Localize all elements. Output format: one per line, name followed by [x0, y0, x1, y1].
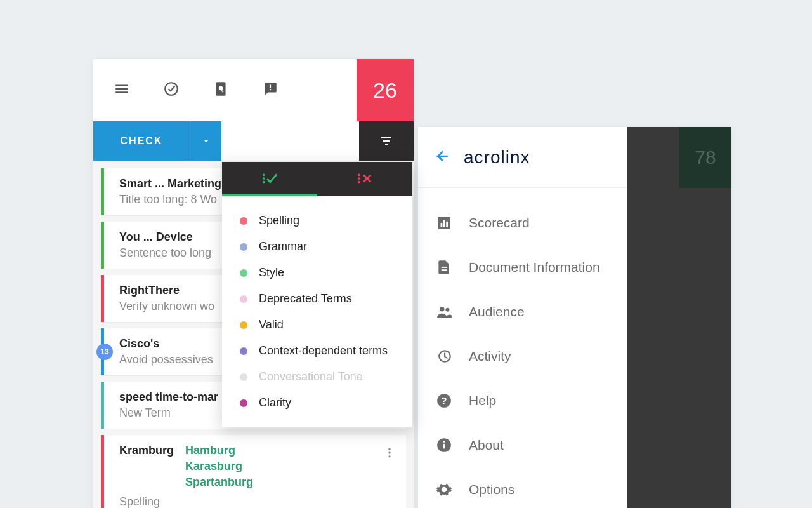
issue-category: Spelling: [119, 495, 395, 508]
filter-tab-disable[interactable]: [317, 162, 412, 196]
issue-count-badge: 13: [96, 344, 113, 360]
filter-tab-enable[interactable]: [222, 162, 317, 196]
drawer-item-scorecard[interactable]: Scorecard: [418, 201, 627, 245]
more-icon[interactable]: [383, 446, 396, 462]
brand-logo: acrolinx: [464, 147, 530, 168]
filter-item-context[interactable]: Context-dependent terms: [222, 338, 412, 364]
check-bar: CHECK: [93, 121, 414, 161]
drawer-label: Audience: [469, 304, 525, 319]
svg-point-19: [440, 307, 445, 312]
check-dropdown[interactable]: [190, 121, 221, 161]
svg-point-20: [445, 308, 449, 312]
help-icon: ?: [436, 392, 452, 409]
svg-point-12: [358, 177, 360, 180]
svg-rect-25: [443, 441, 445, 443]
info-icon: [436, 437, 452, 453]
suggestion[interactable]: Karasburg: [185, 460, 253, 473]
svg-rect-14: [441, 223, 443, 227]
drawer-label: Document Information: [469, 260, 600, 275]
drawer-item-activity[interactable]: Activity: [418, 334, 627, 378]
svg-point-6: [388, 451, 390, 453]
svg-point-11: [358, 173, 360, 176]
check-circle-icon[interactable]: [163, 81, 180, 100]
drawer-label: Options: [469, 482, 514, 497]
document-icon: [436, 259, 452, 276]
svg-point-1: [219, 86, 223, 91]
back-arrow-icon[interactable]: [433, 148, 450, 167]
drawer-item-help[interactable]: ? Help: [418, 378, 627, 423]
bar-chart-icon: [436, 215, 452, 231]
svg-point-13: [358, 180, 360, 183]
color-dot: [240, 373, 247, 381]
svg-rect-17: [442, 267, 447, 268]
feedback-icon[interactable]: [262, 81, 278, 100]
filter-item-conversational: Conversational Tone: [222, 364, 412, 390]
drawer-item-audience[interactable]: Audience: [418, 290, 627, 334]
drawer-label: Activity: [469, 349, 511, 364]
svg-text:?: ?: [441, 395, 447, 406]
filter-item-style[interactable]: Style: [222, 260, 412, 286]
filter-tabs: [222, 162, 412, 196]
drawer-header: acrolinx: [418, 127, 627, 188]
svg-rect-24: [443, 444, 445, 449]
topbar: 26: [93, 59, 414, 121]
drawer-item-about[interactable]: About: [418, 423, 627, 467]
color-dot: [240, 243, 247, 251]
drawer-label: Scorecard: [469, 215, 530, 231]
menu-icon[interactable]: [114, 81, 130, 100]
drawer-list: Scorecard Document Information Audience …: [418, 188, 627, 508]
filter-label: Style: [259, 266, 284, 279]
score-badge-secondary: 78: [679, 127, 731, 188]
suggestion-row: Kramburg Hamburg Karasburg Spartanburg: [119, 444, 395, 489]
svg-point-5: [388, 448, 390, 450]
filter-label: Grammar: [259, 240, 307, 253]
svg-point-0: [165, 83, 178, 95]
filter-label: Context-dependent terms: [259, 344, 388, 358]
history-icon: [436, 348, 452, 364]
svg-point-8: [263, 173, 265, 176]
navigation-drawer: acrolinx Scorecard Document Information …: [418, 127, 627, 508]
filter-item-valid[interactable]: Valid: [222, 312, 412, 338]
color-dot: [240, 347, 247, 355]
check-button[interactable]: CHECK: [93, 121, 190, 161]
filter-label: Clarity: [259, 396, 291, 410]
filter-label: Conversational Tone: [259, 370, 363, 384]
people-icon: [436, 304, 452, 320]
filter-item-clarity[interactable]: Clarity: [222, 390, 412, 416]
filter-item-spelling[interactable]: Spelling: [222, 208, 412, 234]
filter-item-grammar[interactable]: Grammar: [222, 234, 412, 260]
svg-rect-3: [270, 85, 271, 88]
filter-label: Deprecated Terms: [259, 292, 352, 305]
filter-item-deprecated[interactable]: Deprecated Terms: [222, 286, 412, 312]
drawer-panel: 78 acrolinx Scorecard Document Informati…: [418, 127, 731, 508]
document-search-icon[interactable]: [213, 81, 229, 100]
svg-rect-15: [443, 220, 445, 227]
gear-icon: [436, 481, 452, 498]
issue-card-expanded[interactable]: Kramburg Hamburg Karasburg Spartanburg S…: [101, 435, 406, 508]
drawer-item-docinfo[interactable]: Document Information: [418, 245, 627, 290]
svg-point-10: [263, 180, 265, 183]
svg-rect-18: [442, 269, 447, 271]
topbar-icons: [93, 81, 357, 100]
svg-point-9: [263, 177, 265, 180]
color-dot: [240, 217, 247, 225]
suggestion[interactable]: Spartanburg: [185, 476, 253, 489]
suggestion[interactable]: Hamburg: [185, 444, 253, 457]
flagged-term: Kramburg: [119, 444, 174, 457]
color-dot: [240, 399, 247, 407]
filter-list: Spelling Grammar Style Deprecated Terms …: [222, 196, 412, 427]
filter-button[interactable]: [359, 121, 414, 161]
svg-rect-4: [270, 89, 271, 90]
checkbar-spacer: [221, 121, 359, 161]
drawer-item-options[interactable]: Options: [418, 467, 627, 508]
drawer-label: Help: [469, 393, 496, 408]
filter-label: Valid: [259, 318, 284, 331]
drawer-label: About: [469, 438, 504, 453]
color-dot: [240, 295, 247, 303]
color-dot: [240, 321, 247, 329]
color-dot: [240, 269, 247, 277]
score-badge[interactable]: 26: [357, 59, 414, 121]
svg-point-7: [388, 455, 390, 457]
filter-label: Spelling: [259, 214, 299, 227]
filter-popover: Spelling Grammar Style Deprecated Terms …: [222, 162, 412, 427]
